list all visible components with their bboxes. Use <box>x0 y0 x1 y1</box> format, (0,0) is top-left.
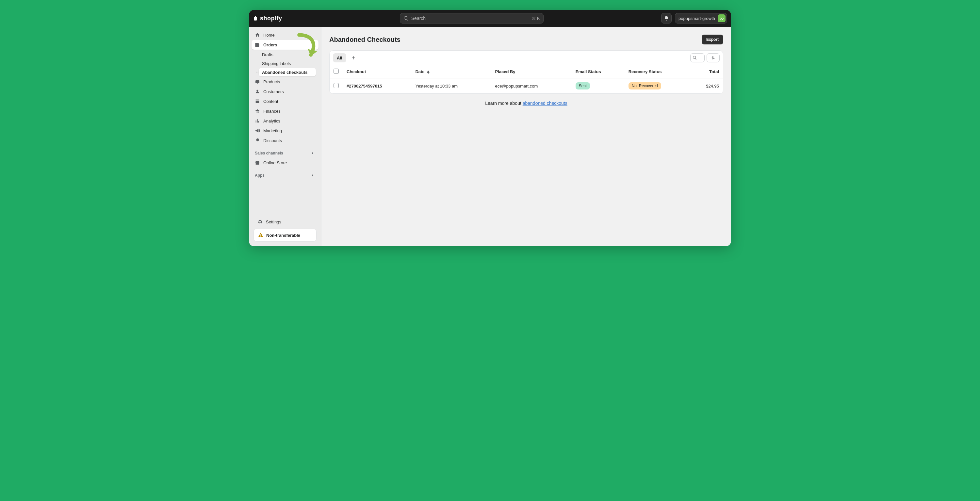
sidebar-item-online-store[interactable]: Online Store <box>251 158 318 167</box>
global-search[interactable]: Search ⌘ K <box>400 13 544 24</box>
cell-date: Yesterday at 10:33 am <box>411 78 491 94</box>
sidebar-item-marketing[interactable]: Marketing <box>251 126 318 135</box>
chevron-right-icon <box>310 151 315 156</box>
search-placeholder: Search <box>411 16 426 21</box>
marketing-icon <box>255 128 260 133</box>
sidebar-item-label: Discounts <box>263 138 282 143</box>
main-content: Abandoned Checkouts Export All <box>321 27 731 246</box>
orders-icon <box>255 42 260 47</box>
sidebar-item-label: Orders <box>263 43 277 47</box>
gear-icon <box>258 219 262 224</box>
sidebar-item-orders[interactable]: Orders <box>251 40 318 49</box>
select-all-checkbox[interactable] <box>334 68 339 74</box>
sidebar-item-label: Settings <box>266 219 281 224</box>
sidebar-subitem-shipping-labels[interactable]: Shipping labels <box>259 59 316 68</box>
sidebar-item-content[interactable]: Content <box>251 96 318 106</box>
sidebar-item-label: Home <box>263 33 275 38</box>
brand-text: shopify <box>260 15 282 22</box>
customers-icon <box>255 89 260 94</box>
export-button[interactable]: Export <box>702 35 723 45</box>
sidebar-item-label: Abandoned checkouts <box>262 70 307 75</box>
sort-indicator-icon <box>427 70 430 74</box>
store-name: popupsmart-growth <box>678 16 715 21</box>
store-icon <box>255 160 260 165</box>
add-view-button[interactable] <box>349 53 358 62</box>
sidebar-item-label: Customers <box>263 89 284 94</box>
warning-icon <box>258 232 264 238</box>
cell-checkout: #27002754597015 <box>347 84 382 89</box>
sidebar-item-label: Finances <box>263 109 281 114</box>
email-status-badge: Sent <box>576 82 590 89</box>
avatar: po <box>718 14 725 22</box>
table-row[interactable]: #27002754597015 Yesterday at 10:33 am ec… <box>329 78 723 94</box>
col-date[interactable]: Date <box>411 65 491 78</box>
topbar: shopify Search ⌘ K popupsmart-growth po <box>249 10 731 27</box>
chevron-right-icon <box>310 173 315 178</box>
checkouts-card: All <box>329 50 723 94</box>
cell-total: $24.95 <box>690 78 723 94</box>
shopify-logo: shopify <box>253 15 282 22</box>
sidebar-item-home[interactable]: Home <box>251 30 318 40</box>
plus-icon <box>351 55 356 60</box>
analytics-icon <box>255 118 260 124</box>
search-icon <box>403 16 409 21</box>
products-icon <box>255 79 260 84</box>
sidebar-item-label: Shipping labels <box>262 61 291 66</box>
col-total[interactable]: Total <box>690 65 723 78</box>
sidebar-item-label: Content <box>263 99 278 104</box>
bell-icon <box>664 16 669 21</box>
banner-text: Non-transferable <box>266 233 300 238</box>
sidebar-item-finances[interactable]: Finances <box>251 106 318 116</box>
page-title: Abandoned Checkouts <box>329 36 401 43</box>
sidebar-item-label: Drafts <box>262 52 274 57</box>
non-transferable-banner: Non-transferable <box>253 229 317 242</box>
row-checkbox[interactable] <box>334 83 339 88</box>
sidebar-section-apps[interactable]: Apps <box>249 167 321 180</box>
sort-button[interactable] <box>706 53 720 62</box>
sidebar-item-label: Products <box>263 80 280 84</box>
notifications-button[interactable] <box>661 13 671 24</box>
store-switcher[interactable]: popupsmart-growth po <box>675 13 727 24</box>
sidebar-item-products[interactable]: Products <box>251 77 318 87</box>
learn-more-link[interactable]: abandoned checkouts <box>523 100 568 106</box>
sidebar-item-label: Marketing <box>263 128 282 133</box>
checkouts-table: Checkout Date Placed By Email Status Rec <box>329 65 723 94</box>
discounts-icon <box>255 138 260 143</box>
sidebar: Home Orders Drafts Shipping labels Aband… <box>249 27 321 246</box>
finances-icon <box>255 108 260 114</box>
col-email-status[interactable]: Email Status <box>572 65 625 78</box>
cell-placed-by: ece@popupsmart.com <box>491 78 571 94</box>
tab-all[interactable]: All <box>333 53 346 62</box>
learn-more-footer: Learn more about abandoned checkouts <box>329 94 723 106</box>
col-checkout[interactable]: Checkout <box>343 65 411 78</box>
search-shortcut: ⌘ K <box>531 16 540 21</box>
orders-subnav: Drafts Shipping labels Abandoned checkou… <box>251 50 318 76</box>
sidebar-item-discounts[interactable]: Discounts <box>251 135 318 145</box>
section-title: Apps <box>255 173 265 178</box>
sidebar-subitem-drafts[interactable]: Drafts <box>259 50 316 59</box>
section-title: Sales channels <box>255 151 283 156</box>
recovery-status-badge: Not Recovered <box>628 82 661 89</box>
col-placed-by[interactable]: Placed By <box>491 65 571 78</box>
home-icon <box>255 32 260 38</box>
content-icon <box>255 99 260 104</box>
sidebar-item-label: Online Store <box>263 161 287 165</box>
search-filter-button[interactable] <box>690 53 705 62</box>
card-toolbar: All <box>329 51 723 65</box>
sidebar-item-settings[interactable]: Settings <box>254 217 316 227</box>
sidebar-item-label: Analytics <box>263 119 280 124</box>
learn-more-prefix: Learn more about <box>485 100 522 106</box>
col-recovery-status[interactable]: Recovery Status <box>625 65 690 78</box>
sidebar-section-sales-channels[interactable]: Sales channels <box>249 145 321 158</box>
sidebar-item-analytics[interactable]: Analytics <box>251 116 318 126</box>
sidebar-subitem-abandoned-checkouts[interactable]: Abandoned checkouts <box>259 68 316 76</box>
sidebar-item-customers[interactable]: Customers <box>251 87 318 96</box>
shopify-bag-icon <box>253 16 258 21</box>
